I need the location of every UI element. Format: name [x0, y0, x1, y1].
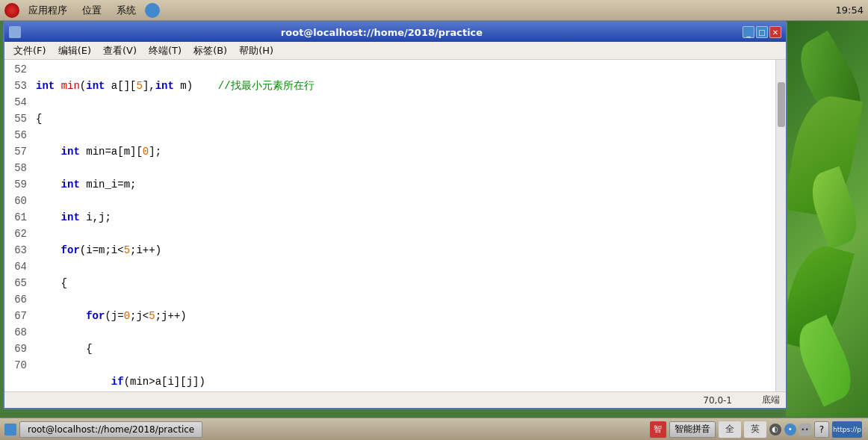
scrollbar-vertical[interactable] [775, 60, 786, 391]
url-text: https://p [833, 426, 861, 433]
im-full-label: 全 [725, 423, 734, 436]
terminal-icon [9, 26, 21, 38]
url-area: https://p [832, 421, 862, 438]
im-en-label: 英 [751, 423, 760, 436]
clock: 19:54 [836, 4, 864, 16]
window-titlebar: root@localhost://home/2018/practice _ □ … [4, 22, 786, 42]
top-taskbar-right: 19:54 [836, 4, 864, 16]
help-label: ? [819, 424, 824, 435]
taskbar-left: root@localhost://home/2018/practice [0, 421, 207, 438]
menu-view[interactable]: 查看(V) [97, 43, 143, 59]
code-line-57: for(i=m;i<5;i++) [36, 242, 771, 258]
terminal-window: root@localhost://home/2018/practice _ □ … [3, 21, 787, 409]
menu-edit[interactable]: 编辑(E) [52, 43, 97, 59]
menu-terminal[interactable]: 终端(T) [143, 43, 187, 59]
taskbar-app-icon [4, 424, 16, 436]
im-full-button[interactable]: 全 [719, 421, 741, 438]
task-label: root@localhost://home/2018/practice [28, 424, 194, 435]
editor-area: 52 53 54 55 56 57 58 59 60 61 62 63 64 6… [4, 60, 786, 391]
code-line-61: if(min>a[i][j]) [36, 374, 771, 390]
im-label-button[interactable]: 智能拼音 [669, 421, 716, 438]
bullet-icon: • [784, 424, 796, 436]
active-task-button[interactable]: root@localhost://home/2018/practice [19, 421, 202, 438]
code-line-60: { [36, 341, 771, 357]
menu-file[interactable]: 文件(F) [7, 43, 52, 59]
top-taskbar: 应用程序 位置 系统 19:54 [0, 0, 868, 21]
scrollbar-thumb[interactable] [778, 82, 785, 127]
bottom-taskbar: root@localhost://home/2018/practice 智 智能… [0, 418, 868, 440]
im-label: 智能拼音 [675, 423, 710, 436]
im-icon: 智 [650, 421, 666, 438]
scroll-position: 底端 [762, 394, 780, 406]
code-line-55: int min_i=m; [36, 176, 771, 193]
window-title: root@localhost://home/2018/practice [25, 27, 738, 38]
code-line-56: int i,j; [36, 209, 771, 226]
im-en-button[interactable]: 英 [744, 421, 766, 438]
menu-help[interactable]: 帮助(H) [233, 43, 279, 59]
background-greenery [786, 21, 868, 417]
taskbar-right: 智 智能拼音 全 英 ◐ • •• ? https://p [644, 421, 868, 438]
code-line-59: for(j=0;j<5;j++) [36, 308, 771, 324]
moon-icon: ◐ [769, 424, 781, 436]
maximize-button[interactable]: □ [756, 26, 768, 38]
minimize-button[interactable]: _ [743, 26, 754, 38]
close-button[interactable]: ✕ [769, 26, 781, 38]
menu-bar: 文件(F) 编辑(E) 查看(V) 终端(T) 标签(B) 帮助(H) [4, 42, 786, 60]
code-line-52: int min(int a[][5],int m) //找最小元素所在行 [36, 78, 771, 94]
code-container[interactable]: 52 53 54 55 56 57 58 59 60 61 62 63 64 6… [4, 60, 786, 391]
system-menu[interactable]: 系统 [111, 2, 142, 19]
status-bar: 70,0-1 底端 [4, 391, 786, 408]
code-line-54: int min=a[m][0]; [36, 143, 771, 160]
dot-icon: •• [799, 424, 811, 436]
menu-tabs[interactable]: 标签(B) [187, 43, 233, 59]
code-line-53: { [36, 111, 771, 127]
code-content[interactable]: int min(int a[][5],int m) //找最小元素所在行 { i… [31, 60, 775, 391]
position-menu[interactable]: 位置 [76, 2, 108, 19]
code-line-58: { [36, 275, 771, 291]
help-button[interactable]: ? [814, 421, 829, 438]
app-icon [4, 3, 19, 18]
network-icon [145, 3, 160, 18]
line-numbers: 52 53 54 55 56 57 58 59 60 61 62 63 64 6… [4, 60, 31, 391]
cursor-position: 70,0-1 [703, 395, 732, 406]
window-controls: _ □ ✕ [743, 26, 781, 38]
apps-menu[interactable]: 应用程序 [22, 2, 73, 19]
